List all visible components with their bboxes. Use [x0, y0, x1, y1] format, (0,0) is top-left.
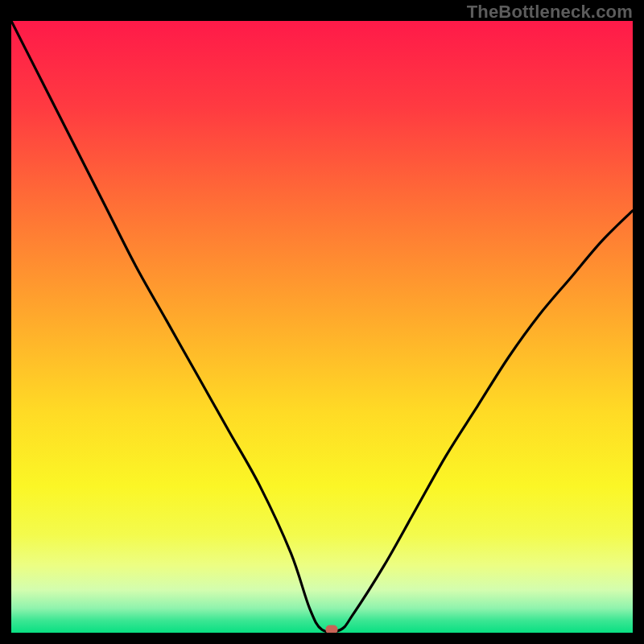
plot-area	[11, 21, 633, 633]
bottleneck-curve	[11, 21, 633, 632]
watermark-text: TheBottleneck.com	[467, 2, 633, 23]
optimal-point-marker	[325, 625, 337, 633]
curve-layer	[11, 21, 633, 633]
